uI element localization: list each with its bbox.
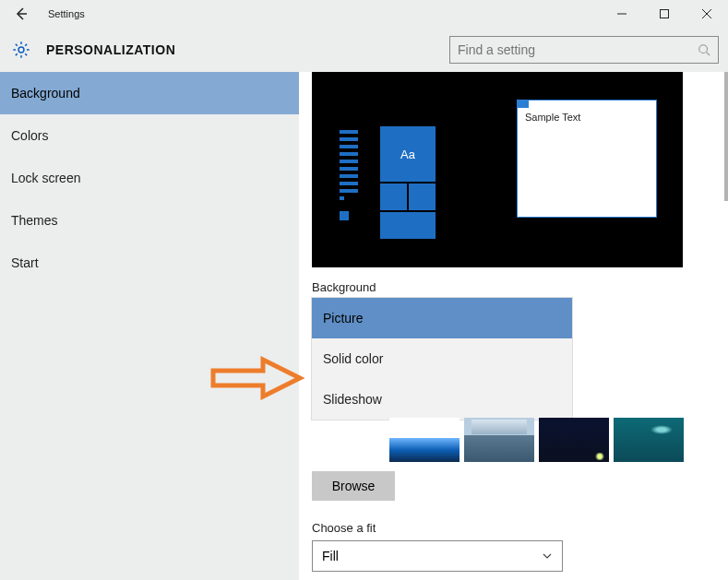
fit-section-label: Choose a fit [312, 521, 710, 535]
preview-tile-aa: Aa [380, 126, 436, 182]
sidebar-item-label: Lock screen [11, 171, 80, 185]
picture-thumbnail[interactable] [464, 418, 534, 462]
background-type-dropdown[interactable]: Picture Solid color Slideshow [312, 298, 572, 420]
sidebar-item-lock-screen[interactable]: Lock screen [0, 157, 299, 199]
background-section-label: Background [312, 280, 710, 294]
svg-point-5 [18, 47, 24, 53]
sidebar-item-start[interactable]: Start [0, 242, 299, 284]
picture-thumbnail-row [389, 418, 710, 462]
page-title: PERSONALIZATION [46, 42, 175, 57]
chevron-down-icon [542, 550, 553, 562]
dropdown-option-slideshow[interactable]: Slideshow [312, 379, 572, 420]
sidebar-item-label: Start [11, 255, 39, 270]
picture-thumbnail[interactable] [539, 418, 609, 462]
minimize-button[interactable] [601, 0, 643, 28]
search-input[interactable] [458, 42, 698, 57]
search-icon [698, 43, 710, 56]
preview-sample-text: Sample Text [518, 108, 656, 126]
desktop-preview: Aa Sample Text [312, 72, 683, 267]
svg-point-6 [699, 45, 708, 53]
dropdown-option-picture[interactable]: Picture [312, 298, 572, 338]
sidebar-item-label: Colors [11, 128, 48, 143]
maximize-button[interactable] [643, 0, 686, 28]
picture-thumbnail[interactable] [389, 418, 459, 462]
sidebar-item-background[interactable]: Background [0, 72, 299, 114]
picture-thumbnail[interactable] [614, 418, 684, 462]
search-field[interactable] [449, 36, 719, 64]
svg-rect-2 [661, 10, 669, 18]
sidebar-item-label: Background [11, 86, 80, 101]
close-button[interactable] [686, 0, 728, 28]
browse-button[interactable]: Browse [312, 471, 395, 501]
dropdown-option-solid-color[interactable]: Solid color [312, 338, 572, 379]
sidebar: Background Colors Lock screen Themes Sta… [0, 72, 299, 580]
preview-sample-window: Sample Text [517, 100, 657, 218]
fit-value: Fill [322, 549, 339, 563]
scrollbar[interactable] [724, 72, 728, 201]
svg-line-7 [707, 53, 710, 56]
window-title: Settings [48, 8, 85, 19]
sidebar-item-colors[interactable]: Colors [0, 114, 299, 157]
sidebar-item-label: Themes [11, 213, 58, 228]
settings-gear-icon [11, 40, 31, 60]
back-button[interactable] [9, 2, 33, 26]
sidebar-item-themes[interactable]: Themes [0, 199, 299, 242]
fit-select[interactable]: Fill [312, 540, 563, 572]
